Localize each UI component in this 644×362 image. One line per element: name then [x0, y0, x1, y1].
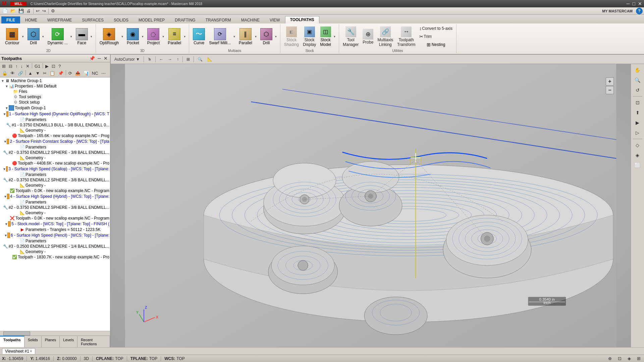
contour-dropdown[interactable]: ▼	[21, 27, 25, 46]
zoom-rs-button[interactable]: 🔍	[632, 75, 643, 85]
tree-op4-toolpath[interactable]: ❌ Toolpath - 0.0K - new scallop example.…	[1, 216, 109, 221]
rotate-button[interactable]: ↺	[632, 85, 643, 95]
tree-files[interactable]: 📁 Files	[1, 89, 109, 94]
fit-button[interactable]: ⊡	[632, 98, 643, 107]
float-button[interactable]: ─	[97, 55, 102, 61]
tab-solids[interactable]: SOLIDS	[109, 16, 133, 23]
status-shading-button[interactable]: ◈	[626, 355, 632, 362]
tree-op1-tool[interactable]: 🔧 #1 - 0.3750 ENDMILL3 BULL - 3/8 BULL E…	[1, 122, 109, 128]
curve-button[interactable]: 〜 Curve	[191, 27, 207, 46]
tree-op2-tool[interactable]: 🔧 #2 - 0.3750 ENDMILL2 SPHERE - 3/8 BALL…	[1, 150, 109, 155]
tree-op1[interactable]: ▼ 1 - Surface High Speed (Dynamic OptiRo…	[1, 111, 109, 117]
grid-button[interactable]: ⊞	[185, 56, 192, 63]
multiaxis-linking-button[interactable]: 🔗 MultiaxisLinking	[376, 25, 395, 48]
tree-op6-toolpath[interactable]: ✅ Toolpath - 1830.7K - new scallop examp…	[1, 254, 109, 260]
tree-op5-params[interactable]: ▶ Parameters - Triangles = 50112 - 1223.…	[1, 227, 109, 232]
shading-button[interactable]: ◈	[632, 150, 643, 160]
move-up-button[interactable]: ↑	[14, 63, 19, 69]
my-mastercam-link[interactable]: MY MASTERCAM	[602, 9, 633, 13]
tree-op6-geom[interactable]: 📐 Geometry -	[1, 249, 109, 254]
toggle[interactable]: ▼	[3, 167, 6, 171]
tab-machine[interactable]: MACHINE	[236, 16, 265, 23]
drill-button[interactable]: ⬡ Drill	[26, 27, 41, 46]
status-zoom-button[interactable]: ⊕	[607, 355, 613, 362]
measure-button[interactable]: 📐	[206, 56, 214, 63]
face-dropdown[interactable]: ▼	[90, 27, 94, 46]
project-button[interactable]: ◌ Project	[146, 27, 161, 46]
delete-button[interactable]: ✕	[24, 63, 31, 69]
viewsheet-tab[interactable]: Viewsheet #1 +	[2, 348, 35, 354]
toggle[interactable]: ▼	[4, 234, 7, 237]
save-button[interactable]: 💾	[17, 8, 25, 14]
verify-button[interactable]: ▶	[44, 63, 50, 69]
tree-op4[interactable]: ▼ 4 - Surface High Speed (Hybrid) - [WCS…	[1, 193, 109, 199]
stock-model-dropdown[interactable]: ▼	[333, 25, 337, 48]
toggle[interactable]: ▼	[5, 222, 8, 226]
drill-ma-button[interactable]: ⬡ Drill	[259, 27, 274, 46]
tree-op1-toolpath[interactable]: 🔴 Toolpath - 165.6K - new scallop exampl…	[1, 133, 109, 138]
parallel-ma-dropdown[interactable]: ▼	[254, 27, 258, 46]
undo-button[interactable]: ↩	[35, 8, 41, 14]
paste-button[interactable]: 📌	[57, 70, 65, 76]
toggle[interactable]: ▼	[4, 195, 7, 198]
h-scroll-thumb[interactable]	[3, 331, 30, 336]
tree-op2-geom[interactable]: 📐 Geometry -	[1, 155, 109, 161]
pin-button[interactable]: 📌	[88, 55, 96, 61]
stats-button[interactable]: 📊	[82, 70, 90, 76]
cut-button[interactable]: ✂	[42, 70, 48, 76]
tab-home[interactable]: HOME	[20, 16, 42, 23]
print-button[interactable]: 🖨	[25, 8, 32, 14]
tree-op4-geom[interactable]: 📐 Geometry -	[1, 210, 109, 216]
tree-op3[interactable]: ▼ 3 - Surface High Speed (Scallop) - [WC…	[1, 166, 109, 172]
probe-button[interactable]: ⊕ Probe	[361, 28, 375, 46]
pocket-button[interactable]: ◉ Pocket	[125, 27, 141, 46]
select-all-button[interactable]: ⊞	[1, 63, 7, 69]
stock-display-button[interactable]: ▣ StockDisplay	[301, 25, 318, 48]
view-top-button[interactable]: ⬆	[632, 108, 643, 117]
parallel3d-button[interactable]: ≡ Parallel	[166, 27, 183, 46]
status-fit-button[interactable]: ⊡	[616, 355, 623, 362]
tree-op3-geom[interactable]: 📐 Geometry -	[1, 183, 109, 188]
minimize-button[interactable]: ─	[627, 1, 630, 6]
wireframe-rs-button[interactable]: ⬜	[632, 161, 643, 170]
chain-button[interactable]: 🔗	[16, 70, 24, 76]
zoom-button[interactable]: 🔍	[196, 56, 204, 63]
deselect-button[interactable]: ⊟	[7, 63, 14, 69]
open-file-button[interactable]: 📂	[9, 8, 17, 14]
close-button[interactable]: ✕	[638, 1, 642, 6]
stock-shading-button[interactable]: ◧ StockShading	[282, 25, 301, 48]
new-file-button[interactable]: 📄	[1, 8, 9, 14]
tool-manager-button[interactable]: 🔧 ToolManager	[341, 25, 360, 48]
tab-drafting[interactable]: DRAFTING	[170, 16, 200, 23]
tree-op2-params[interactable]: 📄 Parameters	[1, 144, 109, 150]
stock-model-button[interactable]: ◫ StockModel	[318, 25, 333, 48]
tree-tool-settings[interactable]: ⚙ Tool settings	[1, 94, 109, 100]
tab-toolpaths[interactable]: Toolpaths	[0, 336, 24, 347]
autocursor-button[interactable]: AutoCursor ▼	[113, 56, 142, 63]
face-button[interactable]: ▬ Face	[74, 27, 90, 46]
tab-view[interactable]: VIEW	[265, 16, 285, 23]
tree-op2[interactable]: ▼ 2 - Surface Finish Constant Scallop - …	[1, 138, 109, 144]
tab-transform[interactable]: TRANSFORM	[201, 16, 236, 23]
tab-toolpaths[interactable]: TOOLPATHS	[285, 16, 319, 23]
contour-button[interactable]: ▦ Contour	[3, 27, 21, 46]
zoom-in-button[interactable]: +	[606, 77, 614, 85]
up-button[interactable]: ↑	[175, 56, 180, 63]
tab-wireframe[interactable]: WIREFRAME	[42, 16, 77, 23]
move-down-button[interactable]: ↓	[19, 63, 24, 69]
view-iso-button[interactable]: ◇	[632, 140, 643, 150]
back-button[interactable]: ←	[158, 56, 165, 63]
g1-button[interactable]: G1	[33, 63, 42, 69]
simulate-button[interactable]: ⊡	[50, 63, 57, 69]
maximize-button[interactable]: □	[633, 1, 635, 6]
tree-op6-tool[interactable]: 🔧 #3 - 0.2500 ENDMILL2 SPHERE - 1/4 BALL…	[1, 244, 109, 249]
parallel3d-dropdown[interactable]: ▼	[183, 27, 187, 46]
zoom-out-button[interactable]: −	[606, 86, 614, 94]
toggle[interactable]: ▼	[3, 112, 6, 116]
toolpath-transform-button[interactable]: ↔ ToolpathTransform	[395, 25, 417, 48]
swarf-dropdown[interactable]: ▼	[232, 27, 236, 46]
tab-surfaces[interactable]: SURFACES	[77, 16, 109, 23]
trim-button[interactable]: ✂ Trim	[418, 33, 454, 40]
help-button[interactable]: ?	[636, 8, 643, 14]
tree-op1-geom[interactable]: 📐 Geometry -	[1, 128, 109, 133]
